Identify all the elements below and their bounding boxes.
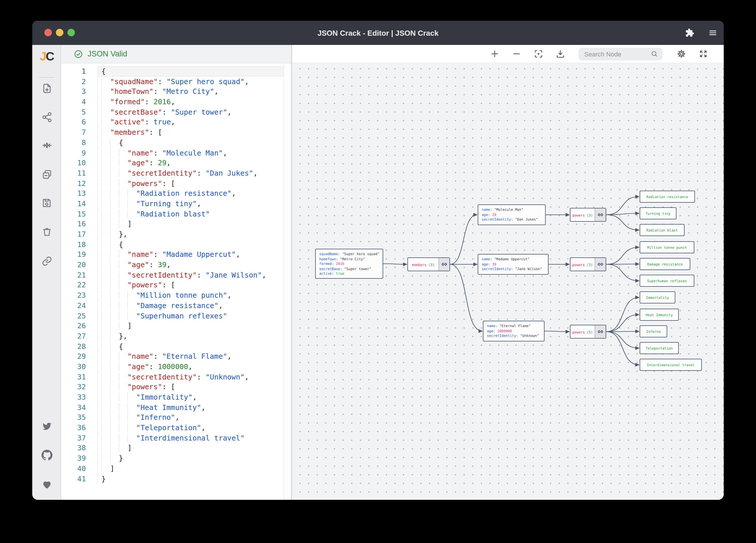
code-line[interactable]: 32 "powers": [ <box>61 382 291 392</box>
graph-node-c4[interactable]: Teleportation <box>640 342 679 354</box>
expand-link-icon[interactable] <box>595 325 606 338</box>
copy-button[interactable] <box>37 164 56 184</box>
code-line[interactable]: 15 "Radiation blast" <box>61 209 291 219</box>
puzzle-extension-icon[interactable] <box>685 28 694 37</box>
code-line[interactable]: 20 "age": 39, <box>61 260 291 270</box>
code-line[interactable]: 11 "secretIdentity": "Dan Jukes", <box>61 168 291 178</box>
code-line[interactable]: 18 { <box>61 239 291 249</box>
code-line[interactable]: 39 } <box>61 453 291 463</box>
code-line[interactable]: 26 ] <box>61 321 291 331</box>
code-line[interactable]: 6 "active": true, <box>61 117 291 127</box>
code-line[interactable]: 37 "Interdimensional travel" <box>61 433 291 443</box>
code-line[interactable]: 10 "age": 29, <box>61 158 291 168</box>
expand-link-icon[interactable] <box>439 258 449 271</box>
plus-icon <box>489 49 499 59</box>
line-number: 20 <box>61 260 98 270</box>
line-number: 9 <box>61 148 98 158</box>
save-button[interactable] <box>37 193 56 213</box>
graph-node-b1[interactable]: Million tonne punch <box>640 241 694 254</box>
graph-node-p1[interactable]: powers(3) <box>570 208 606 222</box>
line-number: 22 <box>61 280 98 290</box>
search-node-box[interactable] <box>579 48 663 60</box>
settings-button[interactable] <box>674 47 688 61</box>
code-content: ] <box>98 219 291 229</box>
hamburger-menu-icon[interactable] <box>708 28 717 37</box>
graph-node-m2[interactable]: name: "Madame Uppercut"age: 39secretIden… <box>478 254 549 275</box>
json-editor[interactable]: 1{2 "squadName": "Super hero squad",3 "h… <box>61 63 291 500</box>
logo-j: J <box>40 50 46 63</box>
editor-scrollbar[interactable] <box>283 63 291 500</box>
code-line[interactable]: 3 "homeTown": "Metro City", <box>61 87 291 97</box>
code-line[interactable]: 34 "Heat Immunity", <box>61 402 291 412</box>
collapse-horizontal-button[interactable] <box>37 135 56 155</box>
fullscreen-button[interactable] <box>696 47 710 61</box>
node-row: age: 39 <box>482 262 545 267</box>
graph-node-p2[interactable]: powers(3) <box>570 258 606 271</box>
share-graph-button[interactable] <box>37 107 56 127</box>
code-line[interactable]: 30 "age": 1000000, <box>61 362 291 372</box>
code-content: "secretBase": "Super tower", <box>98 107 291 117</box>
code-line[interactable]: 25 "Superhuman reflexes" <box>61 311 291 321</box>
code-line[interactable]: 28 { <box>61 341 291 351</box>
graph-node-p3[interactable]: powers(5) <box>570 325 606 338</box>
code-line[interactable]: 7 "members": [ <box>61 127 291 137</box>
graph-node-a2[interactable]: Turning tiny <box>640 207 676 220</box>
code-line[interactable]: 5 "secretBase": "Super tower", <box>61 107 291 117</box>
code-line[interactable]: 33 "Immortality", <box>61 392 291 402</box>
graph-node-a3[interactable]: Radiation blast <box>640 224 685 236</box>
code-line[interactable]: 40 ] <box>61 463 291 474</box>
graph-node-m1[interactable]: name: "Molecule Man"age: 29secretIdentit… <box>478 205 546 225</box>
delete-button[interactable] <box>37 222 56 241</box>
twitter-link[interactable] <box>37 416 56 436</box>
graph-node-a1[interactable]: Radiation resistance <box>640 191 695 203</box>
graph-node-c3[interactable]: Inferno <box>640 325 667 337</box>
code-content: "Heat Immunity", <box>98 402 291 412</box>
sponsor-link[interactable] <box>37 474 56 494</box>
code-line[interactable]: 4 "formed": 2016, <box>61 97 291 107</box>
code-line[interactable]: 24 "Damage resistance", <box>61 300 291 311</box>
graph-node-members[interactable]: members(3) <box>407 258 450 271</box>
code-line[interactable]: 41} <box>61 474 291 484</box>
graph-node-c2[interactable]: Heat Immunity <box>640 308 679 321</box>
zoom-in-button[interactable] <box>487 47 501 61</box>
code-line[interactable]: 22 "powers": [ <box>61 280 291 290</box>
code-line[interactable]: 21 "secretIdentity": "Jane Wilson", <box>61 270 291 280</box>
sidebar-divider <box>39 77 54 78</box>
line-number: 17 <box>61 229 98 239</box>
code-line[interactable]: 8 { <box>61 138 291 148</box>
graph-node-c1[interactable]: Immortality <box>640 291 675 303</box>
logo-c: C <box>46 50 54 63</box>
code-line[interactable]: 16 ] <box>61 219 291 229</box>
zoom-out-button[interactable] <box>509 47 523 61</box>
code-line[interactable]: 9 "name": "Molecule Man", <box>61 148 291 158</box>
graph-node-m3[interactable]: name: "Eternal Flame"age: 1000000secretI… <box>483 321 545 341</box>
download-button[interactable] <box>553 47 567 61</box>
app-logo[interactable]: JC <box>32 50 61 63</box>
expand-link-icon[interactable] <box>595 258 606 271</box>
code-line[interactable]: 23 "Million tonne punch", <box>61 290 291 300</box>
code-line[interactable]: 38 ] <box>61 443 291 453</box>
code-line[interactable]: 12 "powers": [ <box>61 178 291 188</box>
graph-node-b3[interactable]: Superhuman reflexes <box>640 275 694 287</box>
search-input[interactable] <box>584 50 651 57</box>
graph-node-b2[interactable]: Damage resistance <box>640 258 690 270</box>
link-button[interactable] <box>37 251 56 271</box>
code-line[interactable]: 29 "name": "Eternal Flame", <box>61 351 291 362</box>
code-line[interactable]: 19 "name": "Madame Uppercut", <box>61 250 291 260</box>
code-line[interactable]: 17 }, <box>61 229 291 239</box>
graph-node-c5[interactable]: Interdimensional travel <box>640 359 702 371</box>
code-line[interactable]: 35 "Inferno", <box>61 412 291 423</box>
code-line[interactable]: 27 }, <box>61 331 291 341</box>
graph-node-root[interactable]: squadName: "Super hero squad"homeTown: "… <box>315 249 383 279</box>
focus-button[interactable] <box>531 47 545 61</box>
code-line[interactable]: 1{ <box>61 66 291 76</box>
code-line[interactable]: 36 "Teleportation", <box>61 423 291 433</box>
graph-canvas[interactable]: squadName: "Super hero squad"homeTown: "… <box>292 63 724 500</box>
code-line[interactable]: 13 "Radiation resistance", <box>61 189 291 199</box>
code-line[interactable]: 14 "Turning tiny", <box>61 199 291 209</box>
github-link[interactable] <box>37 445 56 465</box>
new-file-button[interactable] <box>37 78 56 98</box>
expand-link-icon[interactable] <box>595 209 606 221</box>
code-line[interactable]: 31 "secretIdentity": "Unknown", <box>61 372 291 382</box>
code-line[interactable]: 2 "squadName": "Super hero squad", <box>61 76 291 86</box>
